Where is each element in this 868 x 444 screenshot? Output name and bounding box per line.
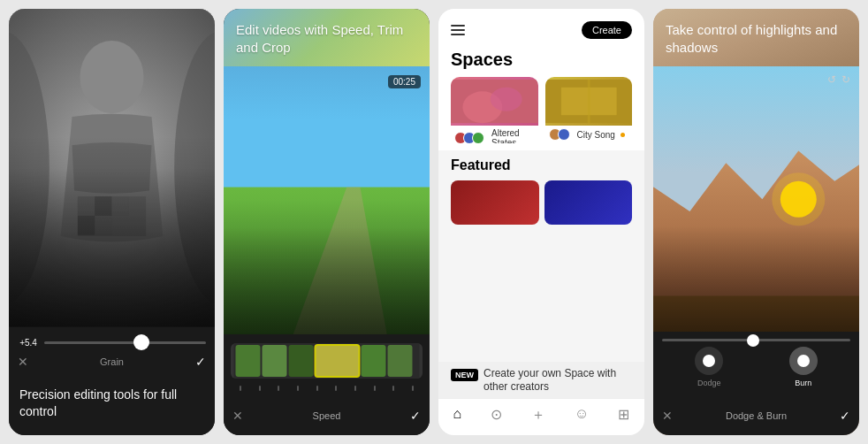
- db-close-icon[interactable]: ✕: [662, 409, 673, 423]
- featured-items: [451, 180, 632, 225]
- svg-rect-32: [653, 66, 859, 333]
- main-container: +5.4 ✕ Grain ✓ Precision editing tools f…: [0, 0, 868, 444]
- dodge-burn-thumb[interactable]: [747, 334, 759, 347]
- dot: [374, 386, 376, 391]
- dot: [240, 386, 241, 391]
- burn-label: Burn: [795, 379, 811, 387]
- card-spaces: Create Spaces Altere: [438, 9, 644, 435]
- card-precision-editing: +5.4 ✕ Grain ✓ Precision editing tools f…: [9, 9, 215, 435]
- svg-rect-13: [224, 66, 430, 335]
- svg-rect-10: [9, 9, 215, 327]
- bottom-navigation: ⌂ ⊙ ＋ ☺ ⊞: [438, 398, 644, 435]
- emoji-icon[interactable]: ☺: [575, 406, 589, 425]
- burn-toggle[interactable]: [789, 347, 818, 375]
- grain-slider-thumb[interactable]: [133, 334, 149, 350]
- avatar-stack-2: [549, 128, 567, 141]
- dot: [412, 386, 414, 391]
- avatar: [558, 128, 570, 141]
- svg-rect-21: [388, 345, 413, 377]
- svg-point-24: [491, 88, 522, 111]
- speed-check-icon[interactable]: ✓: [410, 409, 421, 423]
- new-badge: NEW: [451, 369, 478, 381]
- dodge-burn-label: Dodge & Burn: [673, 410, 840, 421]
- space-item-city-song[interactable]: City Song: [545, 77, 633, 143]
- dot: [278, 386, 279, 391]
- svg-rect-16: [263, 345, 287, 377]
- timeline-area: [224, 334, 430, 402]
- featured-item-1[interactable]: [451, 180, 539, 225]
- space-1-name: Altered States: [491, 128, 535, 143]
- create-button[interactable]: Create: [582, 21, 632, 39]
- grain-controls: +5.4 ✕ Grain ✓: [9, 327, 215, 379]
- svg-rect-12: [224, 187, 430, 334]
- grain-slider-track[interactable]: [44, 341, 206, 344]
- new-badge-area: NEW Create your own Space with other cre…: [438, 362, 644, 398]
- space-1-info: Altered States: [451, 126, 538, 143]
- search-icon[interactable]: ⊙: [491, 406, 502, 425]
- space-item-altered-states[interactable]: Altered States: [451, 77, 538, 143]
- timeline-thumbnails: [231, 343, 423, 379]
- app-header: Create: [438, 9, 644, 46]
- video-svg: [224, 66, 430, 335]
- slider-value: +5.4: [18, 338, 39, 348]
- grid-icon[interactable]: ⊞: [618, 406, 629, 425]
- svg-rect-15: [236, 345, 261, 377]
- dot: [259, 386, 261, 391]
- svg-rect-5: [78, 196, 95, 216]
- video-preview: 00:25: [224, 66, 430, 335]
- burn-control[interactable]: Burn: [789, 347, 818, 387]
- dot: [297, 386, 299, 391]
- timeline-strip[interactable]: [231, 343, 423, 379]
- featured-title: Featured: [451, 157, 632, 173]
- space-thumbnail-2: [545, 77, 633, 126]
- undo-icon[interactable]: ↺: [827, 73, 836, 86]
- menu-icon[interactable]: [451, 25, 465, 35]
- photo-background: [9, 9, 215, 327]
- desert-photo: ↺ ↻: [653, 66, 859, 333]
- featured-section: Featured: [438, 150, 644, 362]
- space-2-name: City Song: [577, 130, 615, 140]
- avatar-stack-1: [454, 132, 481, 143]
- dodge-burn-controls: Dodge Burn: [653, 332, 859, 402]
- avatar: [472, 132, 484, 143]
- add-icon[interactable]: ＋: [531, 406, 545, 425]
- svg-rect-9: [95, 216, 111, 235]
- burn-toggle-inner: [797, 355, 810, 367]
- svg-rect-6: [95, 196, 111, 216]
- dodge-toggle[interactable]: [695, 347, 723, 375]
- featured-item-2[interactable]: [544, 180, 633, 225]
- card-highlights-shadows: Take control of highlights and shadows: [653, 9, 859, 435]
- card-video-editing: Edit videos with Speed, Trim and Crop: [224, 9, 430, 435]
- space-thumbnail-1: [451, 77, 538, 126]
- grain-label: Grain: [100, 356, 124, 367]
- space-2-info: City Song: [545, 126, 633, 143]
- slider-row: +5.4: [18, 338, 206, 348]
- speed-close-icon[interactable]: ✕: [232, 409, 243, 423]
- card-1-caption: Precision editing tools for full control: [9, 379, 215, 435]
- speed-controls: ✕ Speed ✓: [224, 402, 430, 435]
- dot: [335, 386, 337, 391]
- dodge-toggle-inner: [703, 355, 715, 367]
- svg-rect-7: [112, 196, 129, 216]
- desert-background: ↺ ↻: [653, 66, 859, 333]
- home-icon[interactable]: ⌂: [453, 406, 461, 425]
- check-icon[interactable]: ✓: [195, 355, 206, 369]
- close-icon[interactable]: ✕: [18, 355, 28, 369]
- speed-label: Speed: [243, 410, 410, 421]
- dot: [316, 386, 318, 391]
- new-text: Create your own Space with other creator…: [483, 367, 632, 394]
- portrait-svg: [9, 9, 215, 327]
- card-2-top-text: Edit videos with Speed, Trim and Crop: [224, 9, 430, 66]
- svg-rect-20: [362, 345, 386, 377]
- card-4-title: Take control of highlights and shadows: [666, 22, 837, 55]
- desert-svg: [653, 66, 859, 333]
- spaces-grid: Altered States City Song: [438, 77, 644, 150]
- dodge-burn-slider[interactable]: [662, 339, 850, 341]
- redo-icon[interactable]: ↻: [841, 73, 850, 86]
- db-check-icon[interactable]: ✓: [840, 409, 850, 423]
- svg-rect-4: [78, 196, 146, 236]
- card-1-image: [9, 9, 215, 327]
- dodge-control[interactable]: Dodge: [695, 347, 723, 387]
- dodge-burn-row: Dodge Burn: [662, 347, 850, 387]
- grain-control-row: ✕ Grain ✓: [18, 355, 206, 369]
